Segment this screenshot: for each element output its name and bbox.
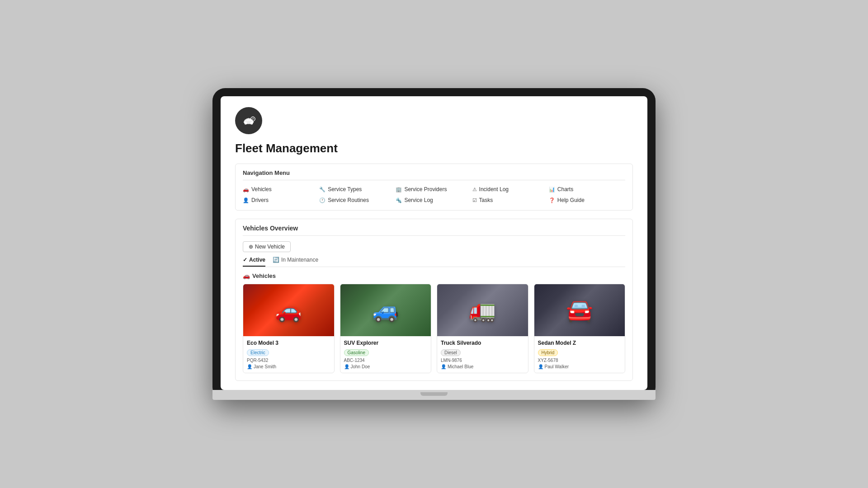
vehicle-card-sedan-model-z[interactable]: 🚘 Sedan Model Z Hybrid XYZ-5678 👤 Paul W… [534,284,626,373]
driver-name-sedan: Paul Walker [545,364,569,369]
nav-item-incident-log[interactable]: ⚠ Incident Log [472,185,549,194]
vehicle-info-suv-explorer: SUV Explorer Gasoline ABC-1234 👤 John Do… [340,336,431,373]
vehicle-name-suv-explorer: SUV Explorer [344,340,428,346]
laptop-notch [420,392,448,396]
fuel-badge-suv-explorer: Gasoline [344,349,369,356]
vehicle-image-eco-model-3: 🚗 [243,284,334,336]
nav-item-service-routines[interactable]: 🕐 Service Routines [319,196,396,205]
vehicles-grid: 🚗 Eco Model 3 Electric PQR-5432 👤 Jane S… [243,284,625,373]
svg-point-0 [245,122,247,125]
vehicle-plate-eco-model-3: PQR-5432 [247,358,330,363]
logo-icon [241,113,256,128]
laptop-frame: Fleet Management Navigation Menu 🚗 Vehic… [212,88,656,400]
vehicle-card-eco-model-3[interactable]: 🚗 Eco Model 3 Electric PQR-5432 👤 Jane S… [243,284,335,373]
vehicle-image-sedan-model-z: 🚘 [534,284,625,336]
incident-log-icon: ⚠ [472,187,477,192]
fuel-badge-truck-silverado: Diesel [441,349,461,356]
vehicle-name-sedan-model-z: Sedan Model Z [538,340,622,346]
vehicles-overview-title: Vehicles Overview [243,225,625,236]
vehicles-icon: 🚗 [243,187,249,192]
vehicle-driver-suv-explorer: 👤 John Doe [344,364,428,369]
driver-icon-truck: 👤 [441,364,446,369]
nav-label-service-types: Service Types [328,186,362,192]
driver-name-suv: John Doe [351,364,370,369]
active-check-icon: ✓ [243,257,247,263]
nav-item-drivers[interactable]: 👤 Drivers [243,196,319,205]
vehicle-driver-truck-silverado: 👤 Michael Blue [441,364,524,369]
charts-icon: 📊 [549,187,555,192]
laptop-base [212,390,656,400]
nav-label-tasks: Tasks [479,197,493,203]
nav-label-service-log: Service Log [404,197,433,203]
navigation-menu: Navigation Menu 🚗 Vehicles 🔧 Service Typ… [235,164,633,211]
car-shape-icon-sedan: 🚘 [566,298,593,323]
page-title: Fleet Management [235,141,633,155]
nav-item-charts[interactable]: 📊 Charts [549,185,625,194]
app-content: Fleet Management Navigation Menu 🚗 Vehic… [221,96,647,390]
svg-point-2 [251,117,255,121]
nav-section-title: Navigation Menu [243,169,625,180]
car-shape-icon: 🚗 [275,298,302,323]
fuel-badge-sedan-model-z: Hybrid [538,349,558,356]
nav-item-tasks[interactable]: ☑ Tasks [472,196,549,205]
service-log-icon: 🔩 [396,197,402,203]
nav-label-incident-log: Incident Log [479,186,509,192]
car-shape-icon-truck: 🚛 [469,298,496,323]
active-tab-label: Active [249,257,265,263]
vehicle-plate-suv-explorer: ABC-1234 [344,358,428,363]
nav-grid: 🚗 Vehicles 🔧 Service Types 🏢 Service Pro… [243,185,625,205]
driver-icon-suv: 👤 [344,364,349,369]
nav-label-service-routines: Service Routines [328,197,369,203]
maintenance-icon: 🔄 [273,257,279,263]
nav-label-vehicles: Vehicles [251,186,272,192]
new-vehicle-label: New Vehicle [255,244,285,250]
driver-name-eco-model-3: Jane Smith [254,364,276,369]
vehicles-text: Vehicles [252,272,276,279]
new-vehicle-button[interactable]: ⊕ New Vehicle [243,241,291,252]
drivers-icon: 👤 [243,197,249,203]
driver-name-truck: Michael Blue [448,364,473,369]
nav-item-service-log[interactable]: 🔩 Service Log [396,196,472,205]
driver-icon-sedan: 👤 [538,364,543,369]
vehicle-card-suv-explorer[interactable]: 🚙 SUV Explorer Gasoline ABC-1234 👤 John … [340,284,432,373]
nav-label-help-guide: Help Guide [557,197,585,203]
vehicles-section-label: 🚗 Vehicles [243,272,625,279]
nav-item-vehicles[interactable]: 🚗 Vehicles [243,185,319,194]
vehicle-name-eco-model-3: Eco Model 3 [247,340,330,346]
nav-label-charts: Charts [557,186,573,192]
vehicle-image-truck-silverado: 🚛 [437,284,528,336]
vehicles-overview-section: Vehicles Overview ⊕ New Vehicle ✓ Active… [235,219,633,381]
driver-icon-eco-model-3: 👤 [247,364,252,369]
nav-label-service-providers: Service Providers [404,186,447,192]
service-providers-icon: 🏢 [396,187,402,192]
vehicle-card-truck-silverado[interactable]: 🚛 Truck Silverado Diesel LMN-9876 👤 Mich… [437,284,528,373]
laptop-screen: Fleet Management Navigation Menu 🚗 Vehic… [221,96,647,390]
car-shape-icon-suv: 🚙 [372,298,399,323]
vehicles-car-icon: 🚗 [243,272,250,279]
vehicle-image-suv-explorer: 🚙 [340,284,431,336]
vehicle-info-sedan-model-z: Sedan Model Z Hybrid XYZ-5678 👤 Paul Wal… [534,336,625,373]
vehicle-info-truck-silverado: Truck Silverado Diesel LMN-9876 👤 Michae… [437,336,528,373]
vehicle-driver-sedan-model-z: 👤 Paul Walker [538,364,622,369]
nav-item-service-types[interactable]: 🔧 Service Types [319,185,396,194]
plus-icon: ⊕ [249,244,253,250]
vehicle-info-eco-model-3: Eco Model 3 Electric PQR-5432 👤 Jane Smi… [243,336,334,373]
app-logo [235,107,262,134]
filter-tab-maintenance[interactable]: 🔄 In Maintenance [273,257,318,267]
nav-label-drivers: Drivers [251,197,269,203]
maintenance-tab-label: In Maintenance [281,257,318,263]
vehicle-driver-eco-model-3: 👤 Jane Smith [247,364,330,369]
svg-point-1 [250,122,253,125]
vehicle-plate-truck-silverado: LMN-9876 [441,358,524,363]
vehicle-name-truck-silverado: Truck Silverado [441,340,524,346]
service-types-icon: 🔧 [319,187,326,192]
nav-item-service-providers[interactable]: 🏢 Service Providers [396,185,472,194]
nav-item-help-guide[interactable]: ❓ Help Guide [549,196,625,205]
fuel-badge-eco-model-3: Electric [247,349,269,356]
service-routines-icon: 🕐 [319,197,326,203]
tasks-icon: ☑ [472,197,477,203]
filter-tab-active[interactable]: ✓ Active [243,257,265,267]
vehicle-plate-sedan-model-z: XYZ-5678 [538,358,622,363]
help-guide-icon: ❓ [549,197,555,203]
filter-tabs: ✓ Active 🔄 In Maintenance [243,257,625,267]
